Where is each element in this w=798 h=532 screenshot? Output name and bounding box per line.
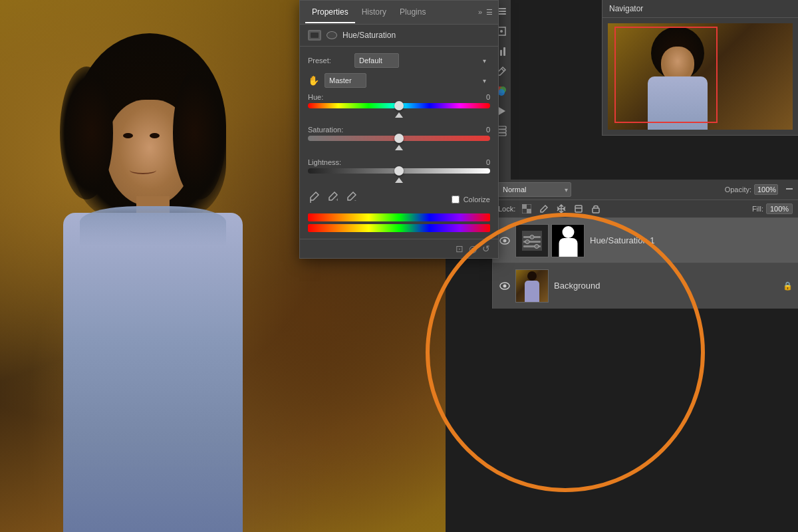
lock-artboard-btn[interactable] [538,203,550,215]
lightness-slider-row: Lightness: 0 [308,158,490,184]
lightness-label: Lightness: [308,158,341,166]
panel-body: Preset: Default Custom Cyanotype Sepia ✋… [300,47,498,239]
more-icon[interactable]: » [478,8,482,17]
saturation-label: Saturation: [308,126,343,134]
layer-name-hue-sat: Hue/Saturation 1 [590,235,793,245]
panel-header: Hue/Saturation [300,25,498,47]
hand-icon[interactable]: ✋ [308,75,319,86]
tab-plugins[interactable]: Plugins [393,2,432,23]
hue-track[interactable] [308,103,490,108]
saturation-triangle [395,145,403,150]
lock-pixels-btn[interactable] [521,203,533,215]
svg-point-36 [535,244,539,248]
panel-tabs: Properties History Plugins » ☰ [300,1,498,25]
opacity-value[interactable]: 100% [754,184,778,195]
nav-preview[interactable] [608,23,793,130]
svg-rect-23 [527,209,531,213]
svg-line-8 [501,68,504,71]
svg-marker-12 [499,107,505,115]
layer-hue-saturation[interactable]: ☞ Hue/Saturation 1 [493,218,798,263]
colorize-row: Colorize [452,196,490,203]
preset-label: Preset: [308,57,354,65]
blend-mode-wrapper: Normal Dissolve Multiply Screen Overlay [498,182,571,197]
tab-history[interactable]: History [355,2,393,23]
reset-icon[interactable]: ↺ [482,243,490,254]
hue-value: 0 [486,93,490,101]
layer-visibility-hue-sat[interactable] [498,234,511,247]
saturation-thumb[interactable] [394,134,404,143]
eyedropper-add-btn[interactable]: + [327,191,340,204]
navigator-panel: Navigator [602,0,798,136]
preset-select[interactable]: Default Custom Cyanotype Sepia [354,53,399,68]
lightness-track[interactable] [308,168,490,174]
color-spectrum-bottom [308,224,490,232]
lock-row: Lock: [493,200,798,218]
eye-icon[interactable] [327,31,337,39]
fill-value[interactable]: 100% [766,203,793,214]
opacity-row: Opacity: 100% [725,184,778,195]
panel-footer: ⊡ ◎ ↺ [300,239,498,258]
lock-label: Lock: [498,205,515,213]
lightness-value: 0 [486,158,490,166]
saturation-slider-row: Saturation: 0 [308,126,490,152]
lock-all-btn[interactable] [590,203,602,215]
svg-point-29 [503,239,507,242]
colorize-checkbox[interactable] [452,196,460,203]
panel-menu-icon[interactable]: ☰ [486,8,493,17]
layers-panel: Normal Dissolve Multiply Screen Overlay … [492,180,798,309]
fill-row: Fill: 100% [752,203,793,214]
layer-thumb-adjustment [515,224,549,257]
saturation-track[interactable] [308,136,490,141]
channel-select-wrapper: Master Reds Yellows Greens Cyans Blues M… [325,73,490,88]
tools-row: + - Colorize [308,191,490,208]
eyedropper-btn[interactable] [308,191,321,204]
svg-point-11 [498,89,505,96]
opacity-expand-btn[interactable] [786,185,793,194]
svg-point-34 [525,239,529,243]
clip-icon[interactable]: ⊡ [456,243,464,254]
colorize-label: Colorize [464,196,490,203]
svg-rect-25 [575,205,582,212]
preset-row: Preset: Default Custom Cyanotype Sepia [308,53,490,68]
hue-sat-icon [308,30,321,41]
channel-row: ✋ Master Reds Yellows Greens Cyans Blues… [308,73,490,88]
fill-label: Fill: [752,205,763,213]
eyedropper-sub-btn[interactable]: - [345,191,358,204]
svg-rect-17 [311,33,319,38]
svg-text:-: - [354,197,356,203]
svg-rect-7 [503,47,505,56]
eyedropper-row: + - [308,191,358,204]
layer-name-bg: Background [554,281,783,291]
layer-visibility-bg[interactable] [498,279,511,293]
hue-slider-row: Hue: 0 [308,93,490,119]
view-icon[interactable]: ◎ [469,243,477,254]
layer-thumb-group-bg [515,269,549,303]
svg-point-4 [500,30,503,33]
lock-artboard-crop-btn[interactable] [573,203,585,215]
svg-rect-27 [593,208,599,213]
layer-background[interactable]: Background 🔒 [493,263,798,309]
lightness-thumb[interactable] [394,166,404,176]
panel-tab-more: » ☰ [478,8,493,17]
svg-rect-21 [786,188,793,190]
svg-point-38 [503,284,507,287]
properties-panel: Properties History Plugins » ☰ Hue/Satur… [299,0,499,259]
saturation-value: 0 [486,126,490,134]
svg-rect-6 [500,50,502,56]
layer-thumb-group-hue-sat: ☞ [515,224,585,257]
panel-title: Hue/Saturation [342,31,396,40]
background-lock-icon: 🔒 [783,281,793,291]
tab-properties[interactable]: Properties [305,2,355,23]
nav-title: Navigator [609,4,643,13]
lock-icons [521,203,602,215]
blend-mode-select[interactable]: Normal Dissolve Multiply Screen Overlay [498,182,571,197]
svg-text:+: + [336,197,338,203]
hue-triangle [395,112,403,118]
lock-position-btn[interactable] [555,203,567,215]
lightness-triangle [395,178,403,183]
preset-select-wrapper: Default Custom Cyanotype Sepia [354,53,490,68]
channel-select[interactable]: Master Reds Yellows Greens Cyans Blues M… [325,73,366,88]
svg-rect-22 [522,204,527,209]
hue-label: Hue: [308,93,323,101]
hue-thumb[interactable] [394,101,404,110]
